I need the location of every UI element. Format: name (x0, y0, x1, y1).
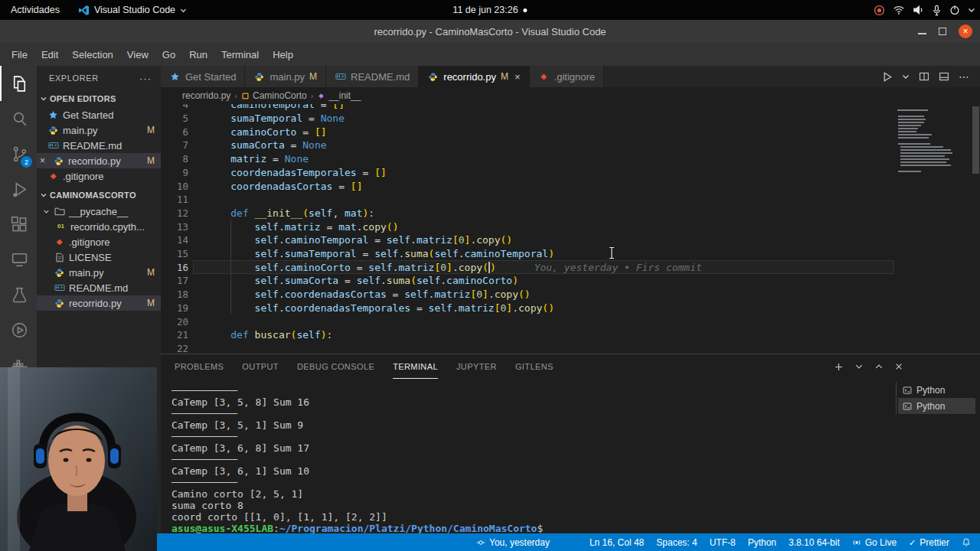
minimap[interactable] (896, 106, 969, 335)
status-go-live[interactable]: Go Live (846, 533, 903, 551)
panel-tab-output[interactable]: OUTPUT (242, 354, 279, 379)
open-editor-item[interactable]: main.pyM (37, 122, 161, 138)
status-prettier[interactable]: ✓Prettier (903, 533, 956, 551)
menu-file[interactable]: File (5, 46, 34, 64)
activity-source-control[interactable]: 2 (0, 136, 37, 171)
run-python-file-icon[interactable] (881, 71, 893, 83)
open-editor-item[interactable]: ◆.gitignore (37, 168, 161, 184)
code-line[interactable]: 16self.caminoCorto = self.matriz[0].copy… (161, 260, 980, 274)
bell-icon[interactable] (956, 533, 977, 551)
code-line[interactable]: 6caminoCorto = [] (161, 125, 980, 139)
toggle-layout-icon[interactable] (939, 71, 949, 82)
panel-tab-gitlens[interactable]: GITLENS (515, 354, 554, 379)
new-terminal-icon[interactable] (834, 362, 844, 372)
tree-item[interactable]: LICENSE (37, 249, 161, 265)
wifi-icon[interactable] (893, 5, 905, 15)
volume-icon[interactable] (913, 5, 924, 15)
scrollbar-thumb[interactable] (972, 106, 979, 174)
maximize-button[interactable] (939, 28, 946, 35)
minimize-button[interactable] (918, 33, 926, 34)
code-line[interactable]: 8matriz = None (161, 152, 980, 166)
code-line[interactable]: 10coordenadasCortas = [] (161, 179, 980, 193)
status-spaces-4[interactable]: Spaces: 4 (650, 533, 703, 551)
more-actions-icon[interactable]: ··· (139, 73, 152, 84)
code-line[interactable]: 4caminoTemporal = [] (161, 104, 980, 112)
code-line[interactable]: 17self.sumaCorta = self.suma(self.camino… (161, 274, 980, 288)
activity-testing[interactable] (0, 277, 37, 312)
activity-jupyter[interactable] (0, 312, 37, 347)
tree-item[interactable]: README.md (37, 280, 161, 295)
tree-item[interactable]: recorrido.pyM (37, 295, 161, 311)
code-line[interactable]: 15self.sumaTemporal = self.suma(self.cam… (161, 247, 980, 261)
activity-run-debug[interactable] (0, 171, 37, 207)
close-panel-icon[interactable] (894, 362, 903, 371)
open-editor-item[interactable]: ×recorrido.pyM (37, 153, 161, 168)
code-line[interactable]: 13self.matriz = mat.copy() (161, 220, 980, 233)
code-line[interactable]: 9coordenadasTemporales = [] (161, 166, 980, 180)
screen-record-icon[interactable] (874, 5, 885, 16)
chevron-down-icon[interactable] (968, 6, 975, 14)
open-editor-item[interactable]: Get Started (37, 107, 161, 122)
code-line[interactable]: 12def __init__(self, mat): (161, 207, 980, 220)
power-icon[interactable] (949, 5, 960, 15)
tab-main-py[interactable]: main.pyM (245, 66, 326, 87)
breadcrumb-file[interactable]: recorrido.py (182, 90, 230, 101)
open-editor-item[interactable]: README.md (37, 138, 161, 153)
close-icon[interactable]: × (514, 71, 521, 83)
tree-item[interactable]: 01recorrido.cpyth... (37, 219, 161, 234)
code-editor[interactable]: 4caminoTemporal = []5sumaTemporal = None… (161, 104, 980, 354)
terminal-session[interactable]: Python (898, 398, 975, 414)
tree-item[interactable]: main.pyM (37, 265, 161, 280)
project-header[interactable]: CAMINOMASCORTO (37, 187, 161, 204)
tab-get-started[interactable]: Get Started (161, 66, 245, 87)
status-3-8-10-64-bit[interactable]: 3.8.10 64-bit (782, 533, 846, 551)
split-editor-icon[interactable] (919, 71, 929, 82)
run-dropdown-icon[interactable] (902, 73, 910, 80)
panel-tab-terminal[interactable]: TERMINAL (393, 354, 438, 379)
tab--gitignore[interactable]: ◆.gitignore (530, 66, 604, 87)
open-editors-header[interactable]: OPEN EDITORS (37, 90, 161, 107)
code-line[interactable]: 21def buscar(self): (161, 328, 980, 342)
more-actions-icon[interactable]: ⋯ (959, 71, 969, 82)
panel-tab-problems[interactable]: PROBLEMS (175, 354, 224, 379)
activity-search[interactable] (0, 101, 37, 136)
activity-remote-explorer[interactable] (0, 242, 37, 277)
tree-item[interactable]: __pycache__ (37, 204, 161, 219)
status-python[interactable]: Python (742, 533, 782, 551)
breadcrumb-class[interactable]: CaminoCorto (241, 90, 307, 101)
microphone-icon[interactable] (932, 5, 942, 16)
tab-readme-md[interactable]: README.md (326, 66, 419, 87)
terminal-session[interactable]: Python (898, 382, 975, 398)
tree-item[interactable]: ◆.gitignore (37, 234, 161, 249)
menu-run[interactable]: Run (182, 46, 214, 64)
tab-recorrido-py[interactable]: recorrido.pyM× (419, 66, 529, 87)
terminal-picker-icon[interactable] (854, 362, 864, 371)
menu-edit[interactable]: Edit (34, 46, 65, 64)
menu-selection[interactable]: Selection (65, 46, 119, 64)
menu-go[interactable]: Go (155, 46, 182, 64)
status-ln-16-col-48[interactable]: Ln 16, Col 48 (583, 533, 650, 551)
clock[interactable]: 11 de jun 23:26 (452, 5, 527, 15)
code-line[interactable]: 11 (161, 193, 980, 207)
panel-tab-debug-console[interactable]: DEBUG CONSOLE (297, 354, 374, 379)
menu-help[interactable]: Help (266, 46, 300, 64)
code-line[interactable]: 19self.coordenadasTemporales = self.matr… (161, 302, 980, 315)
code-line[interactable]: 22 (161, 342, 980, 354)
menu-view[interactable]: View (120, 46, 155, 64)
breadcrumb-method[interactable]: __init__ (317, 90, 361, 101)
close-button[interactable]: × (959, 24, 972, 38)
panel-tab-jupyter[interactable]: JUPYTER (456, 354, 497, 379)
terminal[interactable]: ───────────CaTemp [3, 5, 8] Sum 16──────… (172, 385, 888, 533)
activities-button[interactable]: Actividades (0, 0, 70, 20)
code-line[interactable]: 14self.caminoTemporal = self.matriz[0].c… (161, 233, 980, 247)
menu-terminal[interactable]: Terminal (214, 46, 266, 64)
close-icon[interactable]: × (40, 155, 49, 166)
maximize-panel-icon[interactable] (874, 362, 884, 371)
activity-explorer[interactable] (0, 66, 37, 101)
app-menu[interactable]: Visual Studio Code (70, 0, 194, 20)
code-line[interactable]: 5sumaTemporal = None (161, 112, 980, 126)
code-line[interactable]: 7sumaCorta = None (161, 139, 980, 152)
activity-extensions[interactable] (0, 207, 37, 242)
code-line[interactable]: 20 (161, 315, 980, 328)
code-line[interactable]: 18self.coordenadasCortas = self.matriz[0… (161, 288, 980, 302)
